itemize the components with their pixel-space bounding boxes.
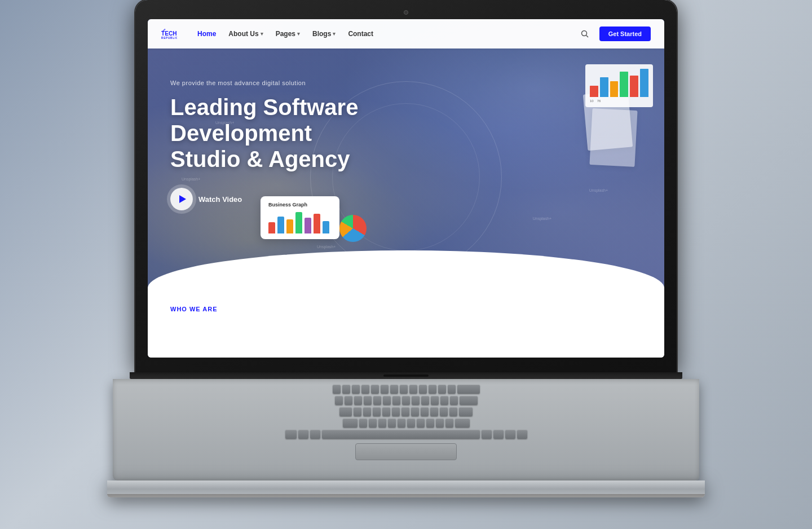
key [359,418,367,427]
key [426,418,434,427]
graph-bar-1 [268,222,275,233]
key [371,385,379,394]
business-graph-card: Business Graph [261,196,339,239]
laptop-camera [404,10,408,15]
key [402,396,410,405]
key [335,396,343,405]
key [392,396,400,405]
laptop-hinge [130,372,682,379]
key [333,385,341,394]
key [364,396,372,405]
laptop-container: TECH REPUBLICANS Home About Us ▾ Pages ▾ [135,0,677,529]
svg-text:TECH: TECH [161,30,177,37]
graph-bar-7 [323,221,329,233]
nav-item-home[interactable]: Home [197,30,216,38]
key [445,418,453,427]
svg-point-2 [581,31,586,36]
play-circle [170,188,193,210]
key [457,385,480,394]
key [430,407,438,416]
laptop-base [107,480,705,497]
key [369,418,377,427]
laptop-screen-bezel: TECH REPUBLICANS Home About Us ▾ Pages ▾ [135,0,677,372]
hero-title-line3: Studio & Agency [170,147,350,171]
key [440,407,448,416]
key [361,385,369,394]
key [417,418,425,427]
key [352,385,360,394]
key [407,418,415,427]
key [450,396,458,405]
graph-bar-6 [314,214,320,233]
bottom-section: WHO WE ARE [148,296,664,358]
nav-item-about[interactable]: About Us ▾ [228,30,263,38]
key [421,396,429,405]
key [343,418,358,427]
key [438,385,446,394]
touchpad[interactable] [355,443,457,460]
nav-links: Home About Us ▾ Pages ▾ Blogs ▾ Contact [197,30,577,38]
screen-content: TECH REPUBLICANS Home About Us ▾ Pages ▾ [148,19,664,358]
key [412,396,420,405]
key [448,385,456,394]
key [401,407,409,416]
key [449,407,457,416]
chevron-down-icon: ▾ [333,31,336,37]
svg-text:REPUBLICANS: REPUBLICANS [161,37,177,39]
spacebar [322,430,480,439]
search-button[interactable] [577,26,593,42]
key [482,430,492,439]
graph-bar-5 [304,218,311,233]
keyboard-rows [175,385,637,439]
graph-bar-3 [286,219,293,233]
hero-title: Leading Software Development Studio & Ag… [170,94,407,172]
key [459,407,473,416]
key [354,396,362,405]
key [409,385,417,394]
hero-subtitle: We provide the most advance digital solu… [170,80,642,86]
graph-bar-2 [277,217,284,233]
logo-icon: TECH REPUBLICANS [161,28,177,40]
keyboard-row-5 [175,430,637,439]
key [388,418,396,427]
key [460,396,478,405]
get-started-button[interactable]: Get Started [599,27,651,41]
key [354,407,361,416]
nav-actions: Get Started [577,26,651,42]
watch-video-button[interactable]: Watch Video [170,188,642,210]
hero-title-line1: Leading Software [170,95,358,120]
key [363,407,371,416]
key [398,418,405,427]
key [400,385,408,394]
pie-chart [339,215,367,242]
key [455,418,470,427]
hero-content: We provide the most advance digital solu… [148,49,664,210]
logo[interactable]: TECH REPUBLICANS [161,28,177,40]
nav-item-pages[interactable]: Pages ▾ [276,30,300,38]
key [436,418,444,427]
keyboard-row-2 [175,396,637,405]
key [285,430,297,439]
key [382,407,390,416]
svg-line-3 [586,36,588,38]
nav-item-blogs[interactable]: Blogs ▾ [312,30,336,38]
graph-title: Business Graph [268,202,332,208]
watch-video-label: Watch Video [198,195,242,204]
key [383,396,391,405]
hero-section: 10 76 Unsplash+ Unsplash+ Unsplash+ Unsp… [148,19,664,296]
nav-item-contact[interactable]: Contact [348,30,373,38]
navbar: TECH REPUBLICANS Home About Us ▾ Pages ▾ [148,19,664,49]
keyboard-row-3 [175,407,637,416]
graph-bars-container [268,211,332,233]
key [517,430,527,439]
key [419,385,427,394]
key [310,430,320,439]
key [373,396,381,405]
who-we-are-label: WHO WE ARE [170,306,218,312]
key [298,430,308,439]
key [345,396,352,405]
key [411,407,419,416]
hero-title-line2: Development [170,121,312,146]
pie-circle [339,215,367,242]
key [378,418,386,427]
